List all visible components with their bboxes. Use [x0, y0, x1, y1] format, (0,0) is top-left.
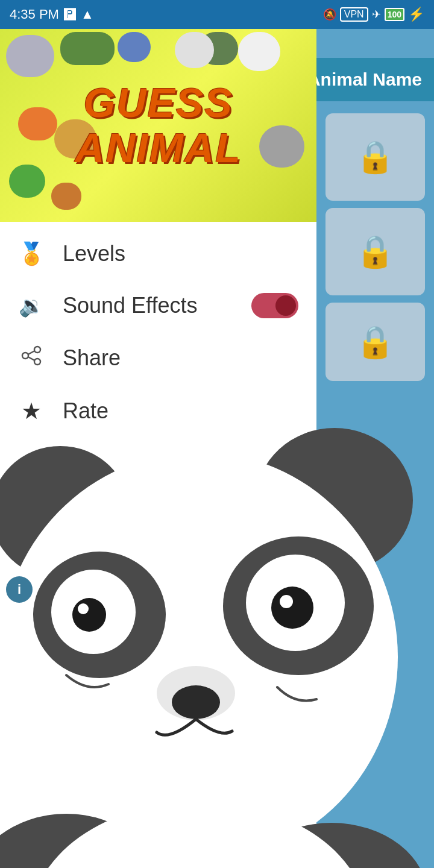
lock-icon-1: 🔒 [356, 139, 395, 175]
bird-decoration [118, 32, 151, 62]
share-icon [18, 345, 45, 371]
locked-cards: 🔒 🔒 🔒 [326, 113, 428, 381]
svg-point-12 [72, 598, 106, 632]
lock-icon-2: 🔒 [356, 233, 395, 270]
svg-point-1 [22, 353, 28, 359]
info-icon-label: i [17, 582, 21, 597]
menu-item-share[interactable]: Share [0, 332, 316, 385]
banner-line2: ANIMAL [75, 125, 241, 171]
fish-decoration [18, 107, 57, 140]
info-button[interactable]: i [6, 576, 33, 603]
panda-illustration [0, 398, 434, 868]
sound-effects-toggle[interactable] [251, 293, 298, 318]
mute-icon: 🔕 [323, 8, 336, 21]
status-bar: 4:35 PM 🅿 ▲ 🔕 VPN ✈ 100 ⚡ [0, 0, 434, 29]
lock-icon-3: 🔒 [356, 324, 395, 360]
svg-point-15 [280, 595, 293, 608]
banner-line1: GUESS [75, 80, 241, 125]
menu-item-levels[interactable]: 🏅 Levels [0, 228, 316, 280]
sheep-decoration [238, 32, 280, 71]
panda-deco [175, 32, 214, 68]
levels-label: Levels [63, 241, 298, 266]
banner-title-container: GUESS ANIMAL [75, 80, 241, 171]
menu-item-sound-effects[interactable]: 🔉 Sound Effects [0, 280, 316, 332]
signal-icon: ▲ [81, 7, 94, 22]
sound-icon: 🔉 [18, 294, 45, 318]
svg-line-4 [28, 357, 35, 360]
battery-display: 100 [385, 8, 404, 21]
svg-point-17 [172, 685, 220, 719]
game-banner: GUESS ANIMAL [0, 29, 316, 222]
status-left: 4:35 PM 🅿 ▲ [10, 7, 94, 22]
svg-point-0 [34, 347, 40, 353]
sound-effects-label: Sound Effects [63, 293, 233, 318]
vpn-badge: VPN [340, 7, 368, 22]
svg-point-14 [78, 603, 89, 614]
game-header-title: Animal Name [307, 69, 422, 90]
svg-line-3 [28, 351, 35, 354]
koala-decoration [259, 125, 304, 168]
panda-overlay [0, 398, 434, 868]
share-label: Share [63, 345, 298, 371]
croc-decoration [60, 32, 115, 65]
extra-deco-1 [51, 183, 81, 210]
locked-card-2: 🔒 [326, 208, 425, 295]
hippo-decoration [6, 35, 54, 77]
banner-background: GUESS ANIMAL [0, 29, 316, 222]
svg-point-2 [34, 359, 40, 365]
parking-icon: 🅿 [64, 8, 76, 22]
airplane-icon: ✈ [372, 8, 381, 21]
locked-card-3: 🔒 [326, 303, 425, 381]
time-display: 4:35 PM [10, 7, 59, 22]
svg-point-13 [271, 587, 313, 629]
locked-card-1: 🔒 [326, 113, 425, 201]
charging-icon: ⚡ [408, 7, 424, 22]
toggle-knob [275, 295, 296, 316]
status-right: 🔕 VPN ✈ 100 ⚡ [323, 7, 424, 22]
frog-decoration [9, 165, 45, 198]
levels-icon: 🏅 [18, 241, 45, 266]
